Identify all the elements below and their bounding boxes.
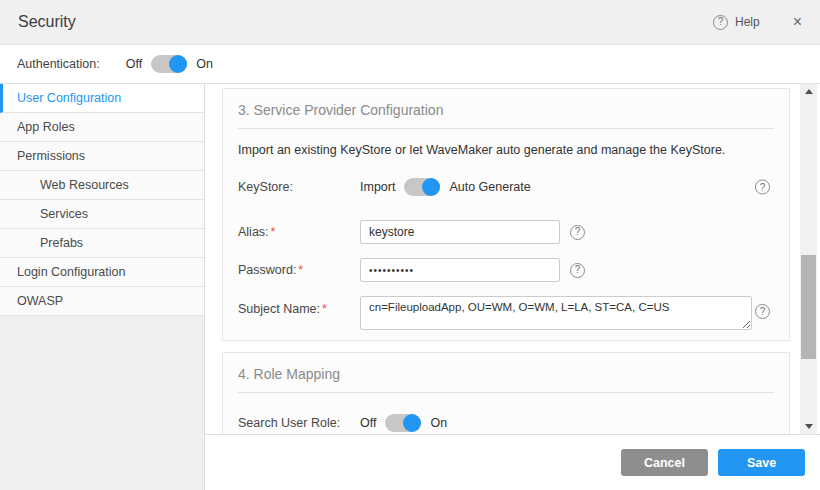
search-user-role-row: Search User Role: Off On xyxy=(238,414,774,432)
password-row: Password:* ? xyxy=(238,258,774,282)
required-marker: * xyxy=(322,302,327,316)
sidebar-item-login-configuration[interactable]: Login Configuration xyxy=(0,258,204,287)
subject-name-textarea[interactable]: cn=FileuploadApp, OU=WM, O=WM, L=LA, ST=… xyxy=(360,296,752,330)
security-dialog: Security ? Help × Authentication: Off On… xyxy=(0,0,820,490)
save-button[interactable]: Save xyxy=(718,449,805,476)
scrollbar-thumb[interactable] xyxy=(801,255,816,359)
keystore-help-icon[interactable]: ? xyxy=(755,180,770,195)
required-marker: * xyxy=(271,225,276,239)
section-title: 4. Role Mapping xyxy=(238,366,774,393)
scroll-up-arrow-icon[interactable] xyxy=(800,84,817,99)
sidebar-item-web-resources[interactable]: Web Resources xyxy=(0,171,204,200)
subject-name-help-icon[interactable]: ? xyxy=(755,304,770,319)
titlebar: Security ? Help × xyxy=(0,0,820,45)
password-help-icon[interactable]: ? xyxy=(570,263,585,278)
sidebar-item-services[interactable]: Services xyxy=(0,200,204,229)
search-role-off-label: Off xyxy=(360,416,376,430)
section-description: Import an existing KeyStore or let WaveM… xyxy=(238,143,774,157)
keystore-autogenerate-label: Auto Generate xyxy=(449,180,530,194)
sidebar: User Configuration App Roles Permissions… xyxy=(0,84,205,490)
sidebar-item-app-roles[interactable]: App Roles xyxy=(0,113,204,142)
close-icon[interactable]: × xyxy=(793,14,802,30)
password-label: Password:* xyxy=(238,263,360,277)
alias-row: Alias:* ? xyxy=(238,220,774,244)
authentication-bar: Authentication: Off On xyxy=(0,45,820,84)
toggle-knob xyxy=(422,178,440,196)
keystore-toggle[interactable] xyxy=(404,178,440,196)
help-link[interactable]: Help xyxy=(735,15,760,29)
footer-actions: Cancel Save xyxy=(205,434,820,490)
subject-name-row: Subject Name:* cn=FileuploadApp, OU=WM, … xyxy=(238,296,774,330)
service-provider-configuration-section: 3. Service Provider Configuration Import… xyxy=(222,88,790,341)
help-icon[interactable]: ? xyxy=(713,15,728,30)
toggle-knob xyxy=(403,414,421,432)
auth-on-label: On xyxy=(196,57,213,71)
sidebar-item-user-configuration[interactable]: User Configuration xyxy=(0,84,204,113)
role-mapping-section: 4. Role Mapping Search User Role: Off On xyxy=(222,352,790,434)
vertical-scrollbar[interactable] xyxy=(800,84,817,434)
alias-input[interactable] xyxy=(360,220,560,244)
keystore-label: KeyStore: xyxy=(238,180,360,194)
authentication-toggle[interactable] xyxy=(151,55,187,73)
keystore-import-label: Import xyxy=(360,180,395,194)
password-input[interactable] xyxy=(360,258,560,282)
section-title: 3. Service Provider Configuration xyxy=(238,102,774,129)
sidebar-item-permissions[interactable]: Permissions xyxy=(0,142,204,171)
required-marker: * xyxy=(298,263,303,277)
cancel-button[interactable]: Cancel xyxy=(621,449,708,476)
sidebar-item-prefabs[interactable]: Prefabs xyxy=(0,229,204,258)
alias-label: Alias:* xyxy=(238,225,360,239)
search-user-role-label: Search User Role: xyxy=(238,416,360,430)
search-user-role-toggle[interactable] xyxy=(385,414,421,432)
toggle-knob xyxy=(169,55,187,73)
scroll-down-arrow-icon[interactable] xyxy=(800,419,817,434)
auth-off-label: Off xyxy=(126,57,142,71)
sidebar-item-owasp[interactable]: OWASP xyxy=(0,287,204,316)
page-title: Security xyxy=(18,13,76,31)
search-role-on-label: On xyxy=(430,416,447,430)
authentication-label: Authentication: xyxy=(17,57,100,71)
keystore-row: KeyStore: Import Auto Generate ? xyxy=(238,178,774,196)
alias-help-icon[interactable]: ? xyxy=(570,225,585,240)
subject-name-label: Subject Name:* xyxy=(238,302,360,316)
content-scroll-area: 3. Service Provider Configuration Import… xyxy=(206,84,800,434)
